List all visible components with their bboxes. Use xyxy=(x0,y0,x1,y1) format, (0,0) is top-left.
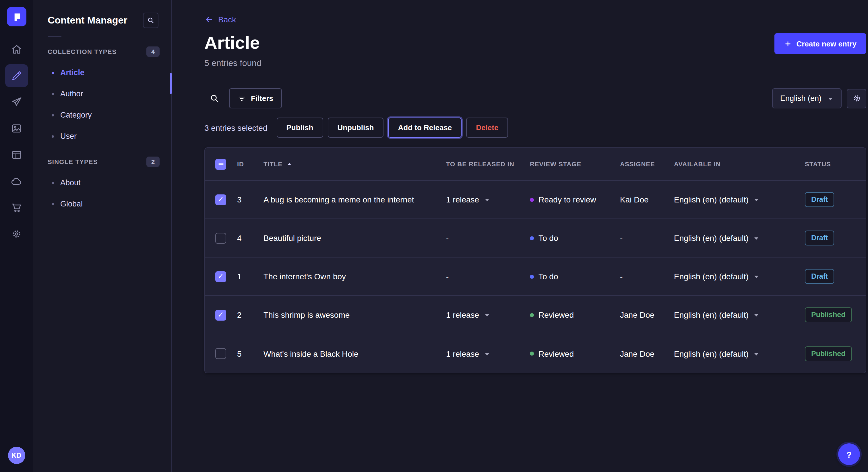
back-link[interactable]: Back xyxy=(205,15,236,24)
cell-release-dropdown[interactable]: 1 release xyxy=(446,195,530,204)
cell-release-dropdown[interactable]: 1 release xyxy=(446,349,530,358)
available-in-label: English (en) (default) xyxy=(674,310,749,319)
section-label: SINGLE TYPES xyxy=(48,158,98,165)
table-row[interactable]: 3 A bug is becoming a meme on the intern… xyxy=(205,181,866,219)
column-header-release[interactable]: TO BE RELEASED IN xyxy=(446,161,530,167)
entries-found-subtitle: 5 entries found xyxy=(205,58,866,68)
column-header-available-in[interactable]: AVAILABLE IN xyxy=(674,161,805,167)
cell-assignee: Jane Doe xyxy=(620,349,674,358)
column-header-id[interactable]: ID xyxy=(237,161,264,167)
bullet-icon xyxy=(52,114,54,116)
stage-dot xyxy=(530,313,534,317)
view-settings-button[interactable] xyxy=(847,89,866,108)
cell-available-in[interactable]: English (en) (default) xyxy=(674,349,805,358)
collection-types-section: COLLECTION TYPES 4 Article Author Catego… xyxy=(33,45,171,147)
column-header-assignee[interactable]: ASSIGNEE xyxy=(620,161,674,167)
row-checkbox[interactable] xyxy=(215,194,226,205)
cell-release-dropdown[interactable]: - xyxy=(446,272,530,281)
main-content: Back Article Create new entry 5 entries … xyxy=(172,0,868,472)
cell-available-in[interactable]: English (en) (default) xyxy=(674,310,805,319)
sidebar-item-about[interactable]: About xyxy=(33,172,171,193)
gear-icon xyxy=(851,94,861,103)
sidebar-item-label: Category xyxy=(60,111,92,119)
sidebar-item-label: Global xyxy=(60,200,83,208)
create-new-entry-button[interactable]: Create new entry xyxy=(774,33,866,54)
content-type-builder-icon[interactable] xyxy=(5,143,28,166)
sidebar-item-global[interactable]: Global xyxy=(33,193,171,214)
user-avatar[interactable]: KD xyxy=(8,447,25,464)
cell-assignee: - xyxy=(620,233,674,243)
column-header-title-label: TITLE xyxy=(264,161,282,167)
bullet-icon xyxy=(52,203,54,205)
filters-label: Filters xyxy=(251,94,273,103)
bullet-icon xyxy=(52,93,54,95)
available-in-label: English (en) (default) xyxy=(674,349,749,358)
cell-available-in[interactable]: English (en) (default) xyxy=(674,233,805,243)
column-header-review-stage[interactable]: REVIEW STAGE xyxy=(530,161,620,167)
cell-review-stage: Ready to review xyxy=(530,195,620,204)
table-header-row: ID TITLE TO BE RELEASED IN REVIEW STAGE … xyxy=(205,148,866,181)
cell-release-dropdown[interactable]: - xyxy=(446,233,530,243)
media-library-icon[interactable] xyxy=(5,117,28,140)
sidebar-search-button[interactable] xyxy=(143,12,158,28)
content-manager-icon[interactable] xyxy=(5,64,28,87)
settings-gear-icon[interactable] xyxy=(5,223,28,245)
releases-icon[interactable] xyxy=(5,91,28,113)
selection-count-label: 3 entries selected xyxy=(205,123,267,132)
release-caret-icon xyxy=(484,312,490,318)
filters-button[interactable]: Filters xyxy=(229,88,282,108)
delete-button[interactable]: Delete xyxy=(466,117,508,138)
release-label: 1 release xyxy=(446,195,479,204)
row-checkbox[interactable] xyxy=(215,271,226,282)
sidebar-title: Content Manager xyxy=(48,14,127,26)
column-header-title[interactable]: TITLE xyxy=(264,161,446,167)
arrow-left-icon xyxy=(205,15,214,24)
cell-assignee: Jane Doe xyxy=(620,310,674,319)
select-all-checkbox[interactable] xyxy=(215,159,226,169)
unpublish-button[interactable]: Unpublish xyxy=(328,117,383,138)
locale-select[interactable]: English (en) xyxy=(772,88,842,108)
row-checkbox[interactable] xyxy=(215,233,226,243)
available-in-label: English (en) (default) xyxy=(674,272,749,281)
sidebar-item-article[interactable]: Article xyxy=(33,62,171,83)
cell-available-in[interactable]: English (en) (default) xyxy=(674,195,805,204)
stage-dot xyxy=(530,198,534,202)
strapi-logo[interactable] xyxy=(7,7,26,26)
status-badge: Draft xyxy=(805,231,834,245)
stage-label: Reviewed xyxy=(538,349,574,358)
marketplace-cart-icon[interactable] xyxy=(5,196,28,219)
cell-release-dropdown[interactable]: 1 release xyxy=(446,310,530,319)
release-label: - xyxy=(446,233,448,243)
table-row[interactable]: 5 What's inside a Black Hole 1 release R… xyxy=(205,334,866,373)
cell-available-in[interactable]: English (en) (default) xyxy=(674,272,805,281)
row-checkbox[interactable] xyxy=(215,309,226,320)
table-row[interactable]: 2 This shrimp is awesome 1 release Revie… xyxy=(205,296,866,334)
sidebar-item-category[interactable]: Category xyxy=(33,104,171,126)
app-window: KD Content Manager COLLECTION TYPES 4 Ar… xyxy=(0,0,868,472)
cell-review-stage: To do xyxy=(530,233,620,243)
cell-review-stage: Reviewed xyxy=(530,310,620,319)
cell-assignee: Kai Doe xyxy=(620,195,674,204)
sidebar-item-label: Article xyxy=(60,68,84,77)
cell-title: A bug is becoming a meme on the internet xyxy=(264,195,446,204)
home-icon[interactable] xyxy=(5,38,28,61)
cell-title: What's inside a Black Hole xyxy=(264,349,446,358)
sidebar-item-author[interactable]: Author xyxy=(33,83,171,104)
row-checkbox[interactable] xyxy=(215,348,226,359)
table-row[interactable]: 1 The internet's Own boy - To do - Engli… xyxy=(205,258,866,296)
create-new-entry-label: Create new entry xyxy=(796,39,857,48)
main-nav-rail: KD xyxy=(0,0,33,472)
search-icon xyxy=(147,16,154,24)
table-row[interactable]: 4 Beautiful picture - To do - English (e… xyxy=(205,219,866,258)
column-header-status[interactable]: STATUS xyxy=(805,161,866,167)
status-badge: Published xyxy=(805,307,851,322)
content-manager-sidebar: Content Manager COLLECTION TYPES 4 Artic… xyxy=(33,0,172,472)
sidebar-item-user[interactable]: User xyxy=(33,126,171,147)
cloud-icon[interactable] xyxy=(5,170,28,193)
release-label: - xyxy=(446,272,448,281)
help-button[interactable]: ? xyxy=(838,443,860,465)
search-button[interactable] xyxy=(205,89,224,108)
add-to-release-button[interactable]: Add to Release xyxy=(388,117,462,138)
sidebar-item-label: About xyxy=(60,178,81,187)
publish-button[interactable]: Publish xyxy=(276,117,323,138)
